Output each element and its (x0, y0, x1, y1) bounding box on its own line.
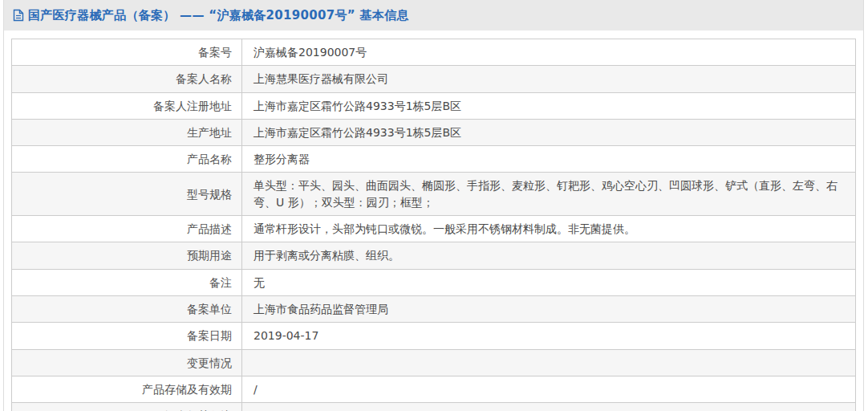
row-value: 上海市嘉定区霜竹公路4933号1栋5层B区 (242, 92, 856, 119)
row-label: 产品存储及有效期 (12, 376, 242, 402)
content-area: 备案号沪嘉械备20190007号备案人名称上海慧果医疗器械有限公司备案人注册地址… (4, 31, 863, 411)
table-row: 备案单位上海市食品药品监督管理局 (12, 295, 856, 322)
info-table-body: 备案号沪嘉械备20190007号备案人名称上海慧果医疗器械有限公司备案人注册地址… (12, 39, 856, 411)
row-label: 备注 (12, 269, 242, 295)
row-value (242, 403, 856, 411)
table-row: 数据库相关备注 (12, 403, 856, 411)
row-label: 变更情况 (12, 349, 242, 376)
row-label: 备案日期 (12, 323, 242, 349)
page-container: 国产医疗器械产品（备案） —— “沪嘉械备20190007号” 基本信息 备案号… (3, 0, 864, 411)
row-label: 备案人注册地址 (12, 92, 242, 119)
table-row: 备案号沪嘉械备20190007号 (12, 39, 856, 66)
table-row: 产品名称整形分离器 (12, 146, 856, 173)
row-value (242, 349, 856, 376)
row-value: 整形分离器 (242, 146, 856, 173)
row-label: 备案号 (12, 39, 242, 66)
row-label: 备案人名称 (12, 66, 242, 92)
row-value: 上海市食品药品监督管理局 (242, 295, 856, 322)
row-value: 用于剥离或分离粘膜、组织。 (242, 242, 856, 269)
info-table: 备案号沪嘉械备20190007号备案人名称上海慧果医疗器械有限公司备案人注册地址… (11, 39, 856, 411)
table-row: 备注无 (12, 269, 856, 295)
row-value: / (242, 376, 856, 402)
row-label: 型号规格 (12, 173, 242, 216)
row-value: 沪嘉械备20190007号 (242, 39, 856, 66)
row-value: 2019-04-17 (242, 323, 856, 349)
table-row: 型号规格单头型：平头、园头、曲面园头、椭圆形、手指形、麦粒形、钉耙形、鸡心空心刃… (12, 173, 856, 216)
row-label: 产品描述 (12, 216, 242, 242)
page-header: 国产医疗器械产品（备案） —— “沪嘉械备20190007号” 基本信息 (4, 0, 863, 31)
row-value: 无 (242, 269, 856, 295)
table-row: 备案人名称上海慧果医疗器械有限公司 (12, 66, 856, 92)
row-label: 生产地址 (12, 119, 242, 145)
document-icon (13, 9, 24, 22)
row-label: 备案单位 (12, 295, 242, 322)
row-value: 上海市嘉定区霜竹公路4933号1栋5层B区 (242, 119, 856, 145)
table-row: 变更情况 (12, 349, 856, 376)
row-value: 通常杆形设计，头部为钝口或微锐。一般采用不锈钢材料制成。非无菌提供。 (242, 216, 856, 242)
page-title: 国产医疗器械产品（备案） —— “沪嘉械备20190007号” 基本信息 (28, 8, 409, 23)
table-row: 产品存储及有效期/ (12, 376, 856, 402)
table-row: 备案日期2019-04-17 (12, 323, 856, 349)
table-row: 生产地址上海市嘉定区霜竹公路4933号1栋5层B区 (12, 119, 856, 145)
row-label: 预期用途 (12, 242, 242, 269)
row-value: 单头型：平头、园头、曲面园头、椭圆形、手指形、麦粒形、钉耙形、鸡心空心刃、凹圆球… (242, 173, 856, 216)
table-row: 产品描述通常杆形设计，头部为钝口或微锐。一般采用不锈钢材料制成。非无菌提供。 (12, 216, 856, 242)
row-label: 产品名称 (12, 146, 242, 173)
table-row: 备案人注册地址上海市嘉定区霜竹公路4933号1栋5层B区 (12, 92, 856, 119)
table-row: 预期用途用于剥离或分离粘膜、组织。 (12, 242, 856, 269)
row-label: 数据库相关备注 (12, 403, 242, 411)
row-value: 上海慧果医疗器械有限公司 (242, 66, 856, 92)
